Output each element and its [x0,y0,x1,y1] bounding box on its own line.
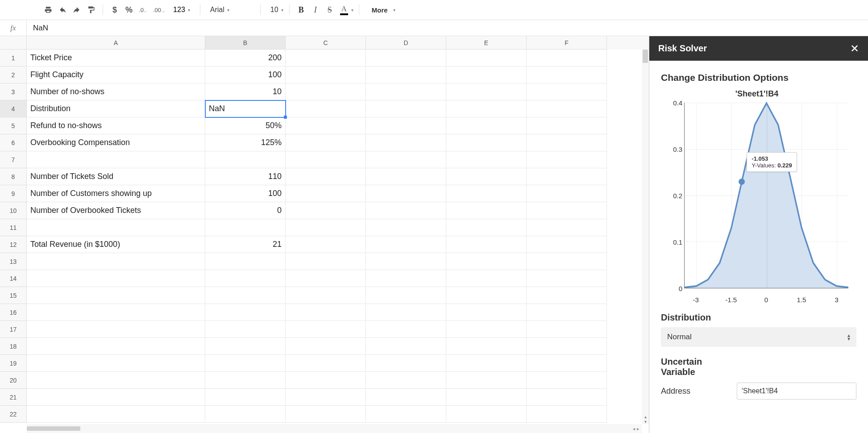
cell[interactable] [27,287,205,304]
scroll-left-icon[interactable]: ◂ [633,426,635,431]
cell[interactable] [366,270,446,287]
scroll-thumb[interactable] [643,50,648,63]
row-header[interactable]: 11 [0,219,27,236]
cell[interactable] [446,117,527,134]
cell[interactable] [366,168,446,185]
row-header[interactable]: 4 [0,100,27,117]
row-header[interactable]: 14 [0,270,27,287]
cell[interactable] [205,372,286,389]
plot-area[interactable]: -1.053 Y-Values: 0.229 [684,103,848,288]
row-header[interactable]: 16 [0,304,27,321]
percent-button[interactable]: % [123,4,135,16]
row-header[interactable]: 22 [0,406,27,423]
cell[interactable] [205,219,286,236]
cell[interactable] [286,253,366,270]
cell[interactable] [527,304,607,321]
cell[interactable]: Refund to no-shows [27,117,205,134]
cell[interactable] [366,338,446,355]
col-header-F[interactable]: F [527,36,607,50]
cell[interactable] [205,406,286,423]
font-size-select[interactable]: 10 ▾ [266,4,284,16]
cell[interactable]: Ticket Price [27,50,205,67]
cell[interactable] [286,202,366,219]
cell[interactable] [366,389,446,406]
formula-input[interactable] [27,20,868,36]
number-format-select[interactable]: 123 ▾ [169,4,195,16]
cell[interactable]: 110 [205,168,286,185]
cell[interactable]: 100 [205,67,286,83]
cell[interactable] [27,219,205,236]
cell[interactable] [366,50,446,67]
row-header[interactable]: 17 [0,321,27,338]
cell[interactable] [527,83,607,100]
cell[interactable] [286,270,366,287]
cell[interactable] [286,83,366,100]
currency-button[interactable]: $ [108,4,121,16]
cell[interactable] [527,202,607,219]
cell[interactable] [366,321,446,338]
cell[interactable] [366,67,446,83]
cell[interactable] [446,236,527,253]
row-header[interactable]: 8 [0,168,27,185]
cell[interactable] [366,287,446,304]
col-header-A[interactable]: A [27,36,205,50]
cell[interactable] [205,304,286,321]
cell[interactable] [446,168,527,185]
cell[interactable] [527,236,607,253]
cell[interactable] [527,134,607,151]
cell[interactable] [446,100,527,117]
cell[interactable] [446,389,527,406]
chevron-down-icon[interactable]: ▾ [351,8,353,12]
address-field[interactable]: 'Sheet1'!B4 [737,383,856,400]
cell[interactable] [366,83,446,100]
cell[interactable] [446,270,527,287]
cell[interactable] [446,338,527,355]
print-button[interactable] [42,4,54,16]
cell[interactable] [527,338,607,355]
cell[interactable] [527,355,607,372]
scroll-thumb-h[interactable] [27,426,80,431]
col-header-C[interactable]: C [286,36,366,50]
cell[interactable]: 125% [205,134,286,151]
cell[interactable] [27,355,205,372]
cell[interactable] [286,321,366,338]
cell[interactable] [446,406,527,423]
cell[interactable] [27,253,205,270]
cell[interactable] [286,67,366,83]
chart-marker[interactable] [739,179,745,185]
cell[interactable] [527,100,607,117]
cell[interactable] [446,372,527,389]
row-header[interactable]: 10 [0,202,27,219]
row-header[interactable]: 5 [0,117,27,134]
cell[interactable] [446,67,527,83]
row-header[interactable]: 6 [0,134,27,151]
col-header-D[interactable]: D [366,36,446,50]
cell[interactable]: Number of Customers showing up [27,185,205,202]
cell[interactable]: Total Revenue (in $1000) [27,236,205,253]
cell[interactable] [527,168,607,185]
strikethrough-button[interactable]: S [324,4,336,16]
cell[interactable] [27,151,205,168]
cell[interactable] [366,355,446,372]
cell[interactable]: Number of no-shows [27,83,205,100]
cell[interactable] [286,117,366,134]
cell[interactable] [286,372,366,389]
cell[interactable]: 200 [205,50,286,67]
decrease-decimal-button[interactable]: .0← [137,4,150,16]
row-header[interactable]: 1 [0,50,27,67]
row-header[interactable]: 9 [0,185,27,202]
cell[interactable] [205,338,286,355]
row-header[interactable]: 20 [0,372,27,389]
cell[interactable] [286,151,366,168]
cell[interactable] [366,304,446,321]
cell[interactable] [527,151,607,168]
cell[interactable] [446,355,527,372]
cell[interactable] [446,134,527,151]
cell[interactable] [366,100,446,117]
cell[interactable] [205,355,286,372]
cell[interactable] [366,372,446,389]
vertical-scrollbar[interactable]: ▴ ▾ [642,50,649,424]
cell[interactable] [366,406,446,423]
horizontal-scrollbar[interactable]: ◂ ▸ [27,424,642,433]
cell[interactable] [527,321,607,338]
